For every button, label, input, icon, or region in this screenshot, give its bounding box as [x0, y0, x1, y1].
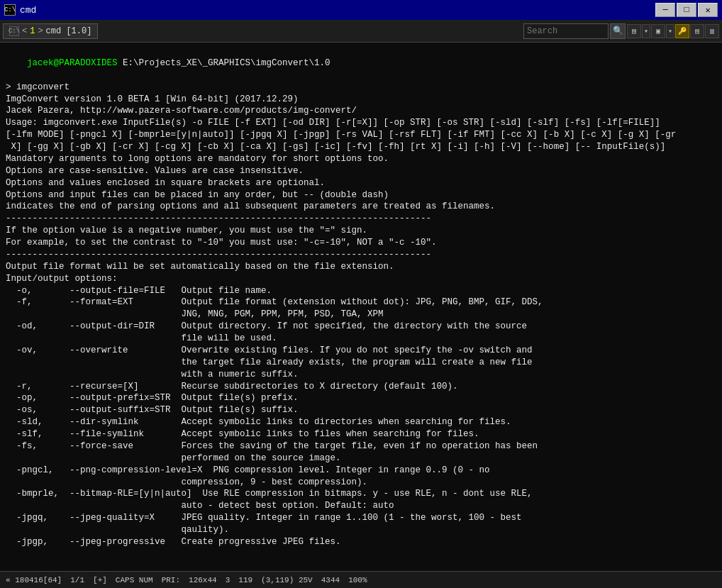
title-bar: C:\ cmd ─ □ ✕: [0, 0, 722, 20]
terminal-line: Options are case-sensitive. Values are c…: [6, 165, 716, 177]
terminal-line: compression, 9 - best compression).: [6, 477, 716, 489]
terminal-line: -slf, --file-symlink Accept symbolic lin…: [6, 428, 716, 440]
terminal-line: [-lfm MODE] [-pngcl X] [-bmprle=[y|n|aut…: [6, 129, 716, 141]
terminal-line: ----------------------------------------…: [6, 249, 716, 261]
tab-number: <: [22, 26, 27, 36]
prompt-user: jacek@PARADOXIDES: [27, 58, 118, 68]
terminal-line: qaulity).: [6, 524, 716, 536]
terminal-line: -pngcl, --png-compression-level=X PNG co…: [6, 465, 716, 477]
minimize-button[interactable]: ─: [655, 3, 675, 17]
cmd-tab[interactable]: C:\ < 1 > cmd [1.0]: [3, 23, 98, 39]
tab-cmd-icon: C:\: [9, 26, 19, 36]
terminal-line: Jacek Pazera, http://www.pazera-software…: [6, 105, 716, 117]
terminal-line: Usage: imgconvert.exe InputFile(s) -o FI…: [6, 117, 716, 129]
search-input[interactable]: [523, 23, 609, 39]
terminal-line: -ov, --overwrite Overwrite existing file…: [6, 345, 716, 357]
title-bar-controls: ─ □ ✕: [655, 3, 718, 17]
terminal-line: -op, --output-prefix=STR Output file(s) …: [6, 392, 716, 404]
prompt-line-2: > imgconvert: [6, 82, 716, 94]
terminal-line: -f, --format=EXT Output file format (ext…: [6, 296, 716, 309]
terminal-line: the target file already exists, the prog…: [6, 357, 716, 369]
terminal-line: ImgConvert version 1.0 BETA 1 [Win 64-bi…: [6, 94, 716, 106]
status-pri: PRI:: [162, 576, 180, 584]
terminal-line: -r, --recurse=[X] Recurse subdirectories…: [6, 381, 716, 393]
tab-label: cmd [1.0]: [46, 26, 92, 36]
terminal-line: -jpgp, --jpeg-progressive Create progres…: [6, 536, 716, 548]
status-coords: (3,119) 25V: [261, 576, 313, 584]
terminal-line: ----------------------------------------…: [6, 213, 716, 225]
cmd-icon: C:\: [4, 4, 16, 16]
toolbar-icon-3[interactable]: ▤: [690, 24, 704, 38]
terminal-line: with a numeric suffix.: [6, 369, 716, 381]
toolbar-icon-4[interactable]: ▥: [705, 24, 719, 38]
status-zoom: 100%: [348, 576, 367, 584]
tab-number-close: >: [38, 26, 43, 36]
terminal-line: X] [-gg X] [-gb X] [-cr X] [-cg X] [-cb …: [6, 141, 716, 153]
status-num4344: 4344: [321, 576, 340, 584]
toolbar-icon-1[interactable]: ▤: [627, 24, 641, 38]
status-capslock: CAPS NUM: [116, 576, 153, 584]
toolbar-icons: ▤ ▾ ▣ ▾ 🔑 ▤ ▥: [627, 24, 719, 38]
terminal-line: file will be used.: [6, 333, 716, 345]
terminal-line: Options and values enclosed in square br…: [6, 177, 716, 189]
terminal-line: Options and input files can be placed in…: [6, 189, 716, 201]
terminal-content: jacek@PARADOXIDES E:\Projects_XE\_GRAPHI…: [0, 43, 722, 571]
terminal-line: performed on the source image.: [6, 453, 716, 465]
status-num3: 3: [226, 576, 231, 584]
toolbar-icon-gold[interactable]: 🔑: [675, 24, 689, 38]
title-text: cmd: [20, 5, 36, 16]
terminal-line: -jpgq, --jpeg-quality=X JPEG quality. In…: [6, 512, 716, 524]
search-area: 🔍 ▤ ▾ ▣ ▾ 🔑 ▤ ▥: [523, 23, 719, 39]
terminal-line: indicates the end of parsing options and…: [6, 201, 716, 213]
terminal-line: If the option value is a negative number…: [6, 225, 716, 237]
tab-highlight-number: 1: [30, 26, 35, 36]
toolbar-dropdown-1[interactable]: ▾: [642, 24, 650, 38]
terminal-lines: ImgConvert version 1.0 BETA 1 [Win 64-bi…: [6, 94, 716, 548]
prompt-line-1: jacek@PARADOXIDES E:\Projects_XE\_GRAPHI…: [6, 45, 716, 82]
menu-bar: C:\ < 1 > cmd [1.0] 🔍 ▤ ▾ ▣ ▾ 🔑 ▤ ▥: [0, 20, 722, 43]
status-dimensions: 126x44: [189, 576, 217, 584]
search-button[interactable]: 🔍: [610, 23, 626, 39]
terminal-line: -sld, --dir-symlink Accept symbolic link…: [6, 416, 716, 428]
terminal-line: -os, --output-suffix=STR Output file(s) …: [6, 404, 716, 416]
terminal-line: auto - detect best option. Default: auto: [6, 500, 716, 512]
status-bar: « 180416[64] 1/1 [+] CAPS NUM PRI: 126x4…: [0, 571, 722, 588]
status-plus: [+]: [93, 576, 107, 584]
prompt-path: E:\Projects_XE\_GRAPHICS\imgConvert\1.0: [118, 58, 331, 68]
terminal-line: For example, to set the contrast to "-10…: [6, 237, 716, 249]
toolbar-dropdown-2[interactable]: ▾: [666, 24, 674, 38]
status-pages: 1/1: [70, 576, 84, 584]
status-position: « 180416[64]: [6, 576, 62, 584]
terminal-line: Mandatory arguments to long options are …: [6, 153, 716, 165]
toolbar-icon-2[interactable]: ▣: [651, 24, 665, 38]
terminal-line: -o, --output-file=FILE Output file name.: [6, 285, 716, 297]
terminal-line: -bmprle, --bitmap-RLE=[y|n|auto] Use RLE…: [6, 488, 716, 500]
title-bar-left: C:\ cmd: [4, 4, 36, 16]
close-button[interactable]: ✕: [698, 3, 718, 17]
terminal-line: JNG, MNG, PGM, PPM, PFM, PSD, TGA, XPM: [6, 309, 716, 321]
maximize-button[interactable]: □: [677, 3, 696, 17]
status-num119: 119: [238, 576, 252, 584]
terminal-line: Output file format will be set automatic…: [6, 261, 716, 273]
terminal-line: Input/output options:: [6, 273, 716, 285]
terminal-line: -od, --output-dir=DIR Output directory. …: [6, 321, 716, 333]
terminal-line: -fs, --force-save Forces the saving of t…: [6, 440, 716, 453]
